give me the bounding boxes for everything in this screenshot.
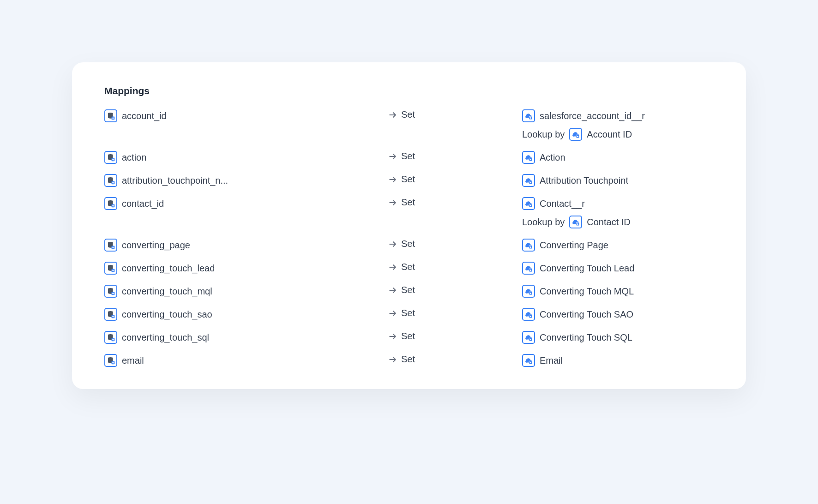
destination-field[interactable]: Attribution Touchpoint xyxy=(522,174,714,187)
lookup-by[interactable]: Lookup by Contact ID xyxy=(522,216,631,228)
source-field-label: account_id xyxy=(122,111,167,121)
destination-field-label: Email xyxy=(540,355,563,366)
operation: Set xyxy=(388,174,522,185)
mappings-title: Mappings xyxy=(104,85,714,96)
arrow-right-icon xyxy=(388,152,397,161)
source-field[interactable]: converting_touch_sao xyxy=(104,308,388,321)
destination-field[interactable]: Converting Page xyxy=(522,239,714,252)
cloud-icon xyxy=(522,239,535,252)
operation-label: Set xyxy=(401,151,415,162)
operation-label: Set xyxy=(401,285,415,295)
destination-field[interactable]: Converting Touch SAO xyxy=(522,308,714,321)
operation-label: Set xyxy=(401,331,415,342)
operation: Set xyxy=(388,151,522,162)
operation-label: Set xyxy=(401,262,415,272)
mapping-row: converting_page Set Converting Page xyxy=(104,239,714,252)
database-icon xyxy=(104,308,117,321)
mapping-row: converting_touch_sql Set Converting Touc… xyxy=(104,331,714,344)
source-field[interactable]: contact_id xyxy=(104,197,388,210)
cloud-icon xyxy=(522,109,535,122)
source-field-label: converting_touch_lead xyxy=(122,263,215,274)
source-field-label: converting_page xyxy=(122,240,190,251)
destination-field[interactable]: salesforce_account_id__r Lookup by Accou… xyxy=(522,109,714,141)
destination-field-label: Converting Page xyxy=(540,240,608,251)
destination-field-label: salesforce_account_id__r xyxy=(540,111,645,121)
source-field[interactable]: attribution_touchpoint_n... xyxy=(104,174,388,187)
database-icon xyxy=(104,354,117,367)
arrow-right-icon xyxy=(388,286,397,295)
operation: Set xyxy=(388,239,522,249)
database-icon xyxy=(104,262,117,275)
destination-field[interactable]: Converting Touch Lead xyxy=(522,262,714,275)
operation-label: Set xyxy=(401,109,415,120)
destination-field-label: Converting Touch MQL xyxy=(540,286,634,297)
cloud-icon xyxy=(522,262,535,275)
destination-field-label: Converting Touch SAO xyxy=(540,309,633,320)
cloud-icon xyxy=(522,331,535,344)
destination-field-label: Contact__r xyxy=(540,198,585,209)
destination-field[interactable]: Converting Touch MQL xyxy=(522,285,714,298)
operation-label: Set xyxy=(401,308,415,318)
cloud-icon xyxy=(522,285,535,298)
source-field[interactable]: converting_touch_sql xyxy=(104,331,388,344)
arrow-right-icon xyxy=(388,110,397,120)
arrow-right-icon xyxy=(388,198,397,207)
operation-label: Set xyxy=(401,354,415,365)
source-field-label: converting_touch_mql xyxy=(122,286,212,297)
cloud-icon xyxy=(522,308,535,321)
operation: Set xyxy=(388,354,522,365)
destination-field[interactable]: Action xyxy=(522,151,714,164)
destination-field[interactable]: Converting Touch SQL xyxy=(522,331,714,344)
database-icon xyxy=(104,151,117,164)
cloud-icon xyxy=(522,151,535,164)
database-icon xyxy=(104,285,117,298)
source-field[interactable]: converting_touch_lead xyxy=(104,262,388,275)
operation-label: Set xyxy=(401,174,415,185)
destination-field-label: Converting Touch Lead xyxy=(540,263,634,274)
arrow-right-icon xyxy=(388,175,397,184)
lookup-prefix: Lookup by xyxy=(522,217,565,228)
operation-label: Set xyxy=(401,197,415,208)
source-field-label: converting_touch_sao xyxy=(122,309,212,320)
mapping-row: email Set Email xyxy=(104,354,714,367)
source-field[interactable]: account_id xyxy=(104,109,388,122)
arrow-right-icon xyxy=(388,355,397,364)
arrow-right-icon xyxy=(388,332,397,341)
database-icon xyxy=(104,197,117,210)
mapping-row: action Set Action xyxy=(104,151,714,164)
mapping-row: converting_touch_lead Set Converting Tou… xyxy=(104,262,714,275)
arrow-right-icon xyxy=(388,309,397,318)
database-icon xyxy=(104,331,117,344)
source-field[interactable]: converting_page xyxy=(104,239,388,252)
mapping-row: account_id Set salesforce_account_id__r … xyxy=(104,109,714,141)
mapping-row: converting_touch_sao Set Converting Touc… xyxy=(104,308,714,321)
operation: Set xyxy=(388,285,522,295)
mapping-row: attribution_touchpoint_n... Set Attribut… xyxy=(104,174,714,187)
cloud-icon xyxy=(569,216,582,228)
operation: Set xyxy=(388,331,522,342)
destination-field-label: Attribution Touchpoint xyxy=(540,175,628,186)
source-field[interactable]: email xyxy=(104,354,388,367)
operation: Set xyxy=(388,197,522,208)
mappings-card: Mappings account_id Set salesforce_accou… xyxy=(72,62,746,389)
operation: Set xyxy=(388,308,522,318)
lookup-by[interactable]: Lookup by Account ID xyxy=(522,128,632,141)
lookup-field-label: Account ID xyxy=(587,129,632,140)
source-field[interactable]: action xyxy=(104,151,388,164)
database-icon xyxy=(104,174,117,187)
destination-field[interactable]: Contact__r Lookup by Contact ID xyxy=(522,197,714,228)
arrow-right-icon xyxy=(388,263,397,272)
cloud-icon xyxy=(522,354,535,367)
source-field-label: attribution_touchpoint_n... xyxy=(122,175,228,186)
mapping-row: converting_touch_mql Set Converting Touc… xyxy=(104,285,714,298)
destination-field[interactable]: Email xyxy=(522,354,714,367)
mappings-list: account_id Set salesforce_account_id__r … xyxy=(104,109,714,367)
source-field-label: converting_touch_sql xyxy=(122,332,209,343)
source-field-label: contact_id xyxy=(122,198,164,209)
source-field[interactable]: converting_touch_mql xyxy=(104,285,388,298)
database-icon xyxy=(104,239,117,252)
destination-field-label: Action xyxy=(540,152,565,163)
cloud-icon xyxy=(522,174,535,187)
source-field-label: email xyxy=(122,355,144,366)
operation: Set xyxy=(388,109,522,120)
